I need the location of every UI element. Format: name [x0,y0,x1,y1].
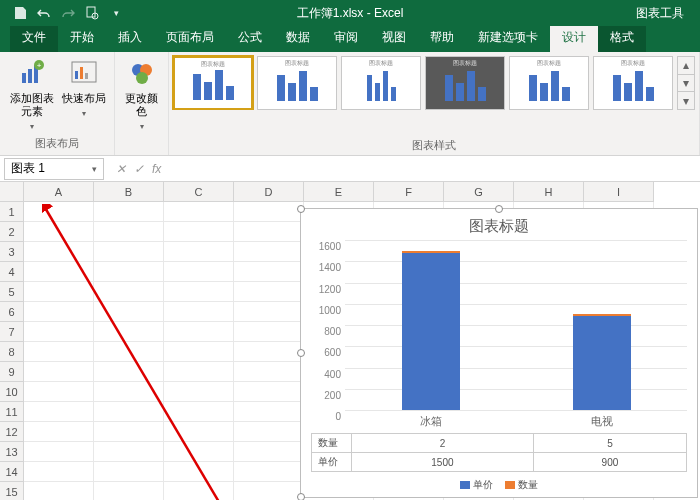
dropdown-icon: ▾ [82,107,86,120]
col-header[interactable]: I [584,182,654,202]
formula-bar-row: 图表 1 ▾ ✕ ✓ fx [0,156,700,182]
row-header[interactable]: 4 [0,262,24,282]
col-header[interactable]: A [24,182,94,202]
row-header[interactable]: 11 [0,402,24,422]
col-header[interactable]: F [374,182,444,202]
tab-help[interactable]: 帮助 [418,24,466,52]
tab-insert[interactable]: 插入 [106,24,154,52]
chart-style-5[interactable]: 图表标题 [509,56,589,110]
undo-icon[interactable] [36,5,52,21]
tab-format[interactable]: 格式 [598,24,646,52]
col-header[interactable]: G [444,182,514,202]
legend-swatch [505,481,515,489]
row-header[interactable]: 5 [0,282,24,302]
col-header[interactable]: E [304,182,374,202]
row-header[interactable]: 1 [0,202,24,222]
chart-styles-gallery: 图表标题 图表标题 图表标题 图表标题 图表标题 图表标题 [169,52,677,110]
dropdown-icon: ▾ [140,120,144,133]
chart-style-1[interactable]: 图表标题 [173,56,253,110]
chart-tools-label: 图表工具 [636,5,684,22]
tab-data[interactable]: 数据 [274,24,322,52]
tab-view[interactable]: 视图 [370,24,418,52]
chart-style-4[interactable]: 图表标题 [425,56,505,110]
col-header[interactable]: D [234,182,304,202]
chart-style-2[interactable]: 图表标题 [257,56,337,110]
ribbon: + 添加图表元素 ▾ 快速布局 ▾ 图表布局 更改颜色 ▾ [0,52,700,156]
svg-rect-3 [28,69,32,83]
dropdown-icon: ▾ [30,120,34,133]
chart-title[interactable]: 图表标题 [301,209,697,240]
chart-style-6[interactable]: 图表标题 [593,56,673,110]
window-title: 工作簿1.xlsx - Excel [297,5,404,22]
row-header[interactable]: 12 [0,422,24,442]
group-label-layout: 图表布局 [8,134,106,153]
x-label: 冰箱 [420,414,442,429]
tab-review[interactable]: 审阅 [322,24,370,52]
group-label-styles: 图表样式 [169,136,699,155]
resize-handle[interactable] [495,205,503,213]
save-icon[interactable] [12,5,28,21]
tab-formulas[interactable]: 公式 [226,24,274,52]
legend-swatch [460,481,470,489]
row-header[interactable]: 7 [0,322,24,342]
cancel-icon[interactable]: ✕ [116,162,126,176]
worksheet[interactable]: A B C D E F G H I 1 2 3 4 5 6 7 8 9 10 1… [0,182,700,500]
quick-layout-button[interactable]: 快速布局 ▾ [62,58,106,133]
chart-object[interactable]: 图表标题 02004006008001000120014001600 冰箱 电视… [300,208,698,498]
svg-text:+: + [37,61,42,70]
tab-page-layout[interactable]: 页面布局 [154,24,226,52]
tab-design[interactable]: 设计 [550,24,598,52]
x-label: 电视 [591,414,613,429]
add-element-icon: + [16,58,48,90]
qat-customize-icon[interactable]: ▾ [108,5,124,21]
col-header[interactable]: B [94,182,164,202]
name-box[interactable]: 图表 1 ▾ [4,158,104,180]
ribbon-tabs: 文件 开始 插入 页面布局 公式 数据 审阅 视图 帮助 新建选项卡 设计 格式 [0,26,700,52]
tab-file[interactable]: 文件 [10,24,58,52]
print-preview-icon[interactable] [84,5,100,21]
chart-style-3[interactable]: 图表标题 [341,56,421,110]
row-header[interactable]: 15 [0,482,24,500]
row-header[interactable]: 9 [0,362,24,382]
svg-rect-0 [87,7,95,17]
select-all-corner[interactable] [0,182,24,202]
svg-point-13 [136,72,148,84]
chevron-down-icon: ▾ [92,164,97,174]
row-header[interactable]: 14 [0,462,24,482]
chart-legend: 单价 数量 [301,472,697,492]
chart-data-table: 数量25 单价1500900 [311,433,687,472]
row-header[interactable]: 8 [0,342,24,362]
col-header[interactable]: C [164,182,234,202]
add-chart-element-button[interactable]: + 添加图表元素 ▾ [8,58,56,133]
tab-home[interactable]: 开始 [58,24,106,52]
row-header[interactable]: 10 [0,382,24,402]
change-colors-button[interactable]: 更改颜色 ▾ [122,58,162,133]
svg-rect-8 [75,71,78,79]
colors-icon [126,58,158,90]
row-header[interactable]: 3 [0,242,24,262]
redo-icon[interactable] [60,5,76,21]
quick-layout-icon [68,58,100,90]
svg-rect-10 [85,73,88,79]
row-header[interactable]: 2 [0,222,24,242]
fx-icon[interactable]: fx [152,162,161,176]
svg-rect-9 [80,67,83,79]
col-header[interactable]: H [514,182,584,202]
chart-plot-area[interactable]: 02004006008001000120014001600 [311,240,687,410]
row-header[interactable]: 6 [0,302,24,322]
resize-handle[interactable] [297,493,305,500]
title-bar: ▾ 工作簿1.xlsx - Excel 图表工具 [0,0,700,26]
accept-icon[interactable]: ✓ [134,162,144,176]
column-headers: A B C D E F G H I [24,182,654,202]
tab-custom[interactable]: 新建选项卡 [466,24,550,52]
gallery-scroll[interactable]: ▴▾▾ [677,56,695,110]
resize-handle[interactable] [297,349,305,357]
row-header[interactable]: 13 [0,442,24,462]
svg-rect-2 [22,73,26,83]
resize-handle[interactable] [297,205,305,213]
row-headers: 1 2 3 4 5 6 7 8 9 10 11 12 13 14 15 [0,202,24,500]
